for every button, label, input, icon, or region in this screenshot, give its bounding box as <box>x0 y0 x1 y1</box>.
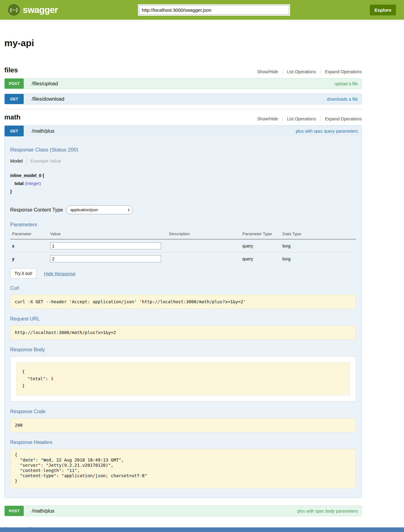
parameters-heading: Parameters <box>10 222 356 228</box>
operation-get-files-download[interactable]: GET /files/download downloads a file <box>4 94 362 104</box>
operation-heading-get-math-plus[interactable]: GET /math/plus plus with spec query para… <box>5 126 362 136</box>
parameters-table: Parameter Value Description Parameter Ty… <box>10 230 356 265</box>
hide-response-link[interactable]: Hide Response <box>44 271 76 276</box>
request-url-value: http://localhost:3000/math/plus?x=1&y=2 <box>10 325 356 340</box>
model-tabs: Model Example Value <box>10 157 356 165</box>
topbar: {⋯} swagger Explore <box>0 0 404 20</box>
column-header-parameter-type: Parameter Type <box>240 230 281 239</box>
tab-example-value[interactable]: Example Value <box>26 157 65 165</box>
param-row-y: y query long <box>10 252 356 265</box>
response-code-heading: Response Code <box>10 409 356 414</box>
method-badge-get: GET <box>5 126 24 136</box>
response-content-type-select[interactable]: application/json ▴▾ <box>66 205 133 214</box>
operation-detail: Response Class (Status 200) Model Exampl… <box>5 136 362 498</box>
response-content-type-label: Response Content Type <box>10 207 63 213</box>
param-name: x <box>10 239 48 252</box>
section-controls-files: Show/Hide List Operations Expand Operati… <box>257 69 362 74</box>
model-name: inline_model_0 <box>10 173 41 178</box>
section-title-files: files <box>4 66 18 74</box>
param-x-input[interactable] <box>50 242 161 249</box>
param-data-type: long <box>281 239 356 252</box>
expand-operations-link[interactable]: Expand Operations <box>320 69 362 74</box>
column-header-data-type: Data Type <box>281 230 356 239</box>
section-math: math Show/Hide List Operations Expand Op… <box>4 113 362 516</box>
response-code-value: 200 <box>10 418 356 432</box>
param-name: y <box>10 252 48 265</box>
param-y-input[interactable] <box>50 255 161 262</box>
operation-summary-link[interactable]: plus with spec body parameters <box>297 509 358 514</box>
brand-title: swagger <box>23 5 58 15</box>
operation-path[interactable]: /math/plus <box>32 508 55 514</box>
api-content: my-api files Show/Hide List Operations E… <box>4 38 362 532</box>
model-close-brace: } <box>10 187 356 195</box>
operation-summary-link[interactable]: plus with spec query parameters <box>296 129 358 134</box>
list-operations-link[interactable]: List Operations <box>282 116 320 121</box>
param-type: query <box>240 239 281 252</box>
param-type: query <box>240 252 281 265</box>
select-value: application/json <box>70 208 98 212</box>
response-body-heading: Response Body <box>10 347 356 353</box>
select-arrows-icon: ▴▾ <box>128 208 129 212</box>
operation-summary-link[interactable]: downloads a file <box>327 97 358 102</box>
spec-url-input[interactable] <box>139 5 289 15</box>
operation-path[interactable]: /math/plus <box>32 128 55 134</box>
response-content-type-row: Response Content Type application/json ▴… <box>10 205 356 214</box>
section-header-files: files Show/Hide List Operations Expand O… <box>4 66 362 74</box>
list-operations-link[interactable]: List Operations <box>282 69 320 74</box>
try-it-out-button[interactable]: Try it out! <box>10 268 37 279</box>
method-badge-get: GET <box>5 94 24 104</box>
bottom-bar <box>0 527 404 532</box>
section-divider <box>4 109 362 109</box>
response-class-heading: Response Class (Status 200) <box>10 147 356 153</box>
model-property-line: total (integer) <box>10 179 356 187</box>
response-headers-heading: Response Headers <box>10 440 356 445</box>
expand-operations-link[interactable]: Expand Operations <box>320 116 362 121</box>
model-open-brace: { <box>42 173 44 178</box>
operation-path[interactable]: /files/download <box>32 96 64 102</box>
parameters-header-row: Parameter Value Description Parameter Ty… <box>10 230 356 239</box>
swagger-logo-icon: {⋯} <box>8 4 20 16</box>
param-description <box>167 252 240 265</box>
section-title-math: math <box>4 113 21 121</box>
response-body-text: } <box>22 383 25 388</box>
param-description <box>167 239 240 252</box>
response-body-json: { "total": 3 } <box>16 362 350 395</box>
method-badge-post: POST <box>5 79 24 89</box>
column-header-description: Description <box>167 230 240 239</box>
operation-path[interactable]: /files/upload <box>32 81 58 87</box>
response-headers-json: { "date": "Wed, 22 Aug 2018 18:49:13 GMT… <box>10 449 356 488</box>
tab-model[interactable]: Model <box>10 157 26 165</box>
param-data-type: long <box>281 252 356 265</box>
response-body-text: { "total": <box>22 369 51 381</box>
response-body-number: 3 <box>51 376 53 381</box>
logo-braces-glyph: {⋯} <box>10 7 18 12</box>
model-property-type: (integer) <box>25 181 41 186</box>
operation-post-math-plus[interactable]: POST /math/plus plus with spec body para… <box>4 506 362 516</box>
model-signature: inline_model_0 { total (integer) } <box>10 171 356 195</box>
explore-button[interactable]: Explore <box>370 5 396 15</box>
show-hide-link[interactable]: Show/Hide <box>257 69 282 74</box>
method-badge-post: POST <box>5 506 24 516</box>
model-name-line: inline_model_0 { <box>10 171 356 179</box>
arrow-down-glyph: ▾ <box>128 210 129 212</box>
try-row: Try it out! Hide Response <box>10 268 356 279</box>
show-hide-link[interactable]: Show/Hide <box>257 116 282 121</box>
model-property: total <box>14 181 24 186</box>
swagger-brand-link[interactable]: {⋯} swagger <box>8 4 58 16</box>
request-url-heading: Request URL <box>10 316 356 322</box>
operation-post-files-upload[interactable]: POST /files/upload upload a file <box>4 78 362 89</box>
column-header-value: Value <box>48 230 167 239</box>
section-header-math: math Show/Hide List Operations Expand Op… <box>4 113 362 121</box>
operation-get-math-plus: GET /math/plus plus with spec query para… <box>4 125 362 498</box>
spec-url-wrap <box>58 5 370 15</box>
curl-command: curl -X GET --header 'Accept: applicatio… <box>10 295 356 309</box>
curl-heading: Curl <box>10 285 356 291</box>
page-title: my-api <box>4 38 362 48</box>
section-controls-math: Show/Hide List Operations Expand Operati… <box>257 116 362 121</box>
response-body-box: { "total": 3 } <box>10 356 356 401</box>
param-row-x: x query long <box>10 239 356 252</box>
operation-summary-link[interactable]: upload a file <box>334 81 358 86</box>
column-header-parameter: Parameter <box>10 230 48 239</box>
section-files: files Show/Hide List Operations Expand O… <box>4 66 362 104</box>
